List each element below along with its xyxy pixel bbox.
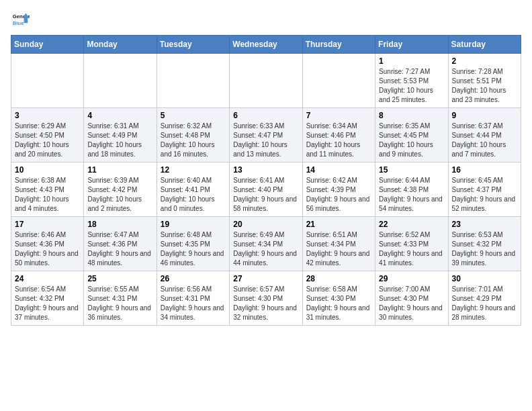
day-number: 6 [233,111,298,120]
weekday-header-cell: Sunday [11,36,84,54]
day-number: 26 [161,274,226,283]
day-info: Sunrise: 6:44 AM Sunset: 4:38 PM Dayligh… [379,176,444,214]
day-info: Sunrise: 7:00 AM Sunset: 4:30 PM Dayligh… [379,285,444,322]
calendar-day-cell: 22Sunrise: 6:52 AM Sunset: 4:33 PM Dayli… [375,217,448,271]
calendar-day-cell: 19Sunrise: 6:48 AM Sunset: 4:35 PM Dayli… [157,217,229,271]
calendar-week-row: 24Sunrise: 6:54 AM Sunset: 4:32 PM Dayli… [11,271,521,326]
day-number: 7 [306,111,371,120]
day-info: Sunrise: 6:35 AM Sunset: 4:45 PM Dayligh… [379,122,444,159]
calendar-day-cell: 16Sunrise: 6:45 AM Sunset: 4:37 PM Dayli… [448,163,521,217]
weekday-header-cell: Friday [375,36,448,54]
day-info: Sunrise: 6:40 AM Sunset: 4:41 PM Dayligh… [161,176,226,214]
day-number: 10 [15,165,80,175]
weekday-header-cell: Thursday [302,36,375,54]
day-number: 1 [379,56,444,66]
calendar-day-cell: 21Sunrise: 6:51 AM Sunset: 4:34 PM Dayli… [302,217,375,271]
calendar-day-cell: 1Sunrise: 7:27 AM Sunset: 5:53 PM Daylig… [375,54,448,108]
day-number: 14 [306,165,371,175]
calendar-day-cell: 29Sunrise: 7:00 AM Sunset: 4:30 PM Dayli… [375,271,448,326]
page-header: General Blue [11,11,521,30]
calendar-day-cell: 26Sunrise: 6:56 AM Sunset: 4:31 PM Dayli… [157,271,229,326]
calendar-week-row: 3Sunrise: 6:29 AM Sunset: 4:50 PM Daylig… [11,108,521,163]
day-number: 16 [452,165,517,175]
day-info: Sunrise: 6:42 AM Sunset: 4:39 PM Dayligh… [306,176,371,214]
day-info: Sunrise: 6:52 AM Sunset: 4:33 PM Dayligh… [379,230,444,268]
calendar-day-cell: 7Sunrise: 6:34 AM Sunset: 4:46 PM Daylig… [302,108,375,163]
calendar-day-cell [230,54,302,108]
day-info: Sunrise: 6:38 AM Sunset: 4:43 PM Dayligh… [15,176,80,214]
weekday-header-cell: Monday [84,36,157,54]
day-info: Sunrise: 7:28 AM Sunset: 5:51 PM Dayligh… [452,67,517,105]
calendar-day-cell [84,54,157,108]
day-number: 13 [233,165,298,175]
logo-icon: General Blue [11,11,30,30]
calendar-table: SundayMondayTuesdayWednesdayThursdayFrid… [11,35,521,326]
weekday-header-cell: Tuesday [157,36,229,54]
day-info: Sunrise: 6:56 AM Sunset: 4:31 PM Dayligh… [161,285,226,322]
calendar-week-row: 10Sunrise: 6:38 AM Sunset: 4:43 PM Dayli… [11,163,521,217]
calendar-day-cell [11,54,84,108]
day-info: Sunrise: 6:47 AM Sunset: 4:36 PM Dayligh… [87,230,152,268]
day-info: Sunrise: 7:01 AM Sunset: 4:29 PM Dayligh… [452,285,517,322]
calendar-day-cell: 11Sunrise: 6:39 AM Sunset: 4:42 PM Dayli… [84,163,157,217]
day-number: 15 [379,165,444,175]
calendar-week-row: 17Sunrise: 6:46 AM Sunset: 4:36 PM Dayli… [11,217,521,271]
day-info: Sunrise: 6:55 AM Sunset: 4:31 PM Dayligh… [87,285,152,322]
calendar-day-cell: 10Sunrise: 6:38 AM Sunset: 4:43 PM Dayli… [11,163,84,217]
calendar-day-cell: 15Sunrise: 6:44 AM Sunset: 4:38 PM Dayli… [375,163,448,217]
calendar-day-cell: 6Sunrise: 6:33 AM Sunset: 4:47 PM Daylig… [230,108,302,163]
day-info: Sunrise: 6:45 AM Sunset: 4:37 PM Dayligh… [452,176,517,214]
calendar-day-cell: 24Sunrise: 6:54 AM Sunset: 4:32 PM Dayli… [11,271,84,326]
logo: General Blue [11,11,32,30]
calendar-day-cell: 14Sunrise: 6:42 AM Sunset: 4:39 PM Dayli… [302,163,375,217]
day-info: Sunrise: 6:37 AM Sunset: 4:44 PM Dayligh… [452,122,517,159]
day-number: 9 [452,111,517,120]
day-number: 21 [306,220,371,229]
calendar-day-cell: 13Sunrise: 6:41 AM Sunset: 4:40 PM Dayli… [230,163,302,217]
calendar-day-cell: 9Sunrise: 6:37 AM Sunset: 4:44 PM Daylig… [448,108,521,163]
calendar-day-cell: 28Sunrise: 6:58 AM Sunset: 4:30 PM Dayli… [302,271,375,326]
day-info: Sunrise: 6:46 AM Sunset: 4:36 PM Dayligh… [15,230,80,268]
day-info: Sunrise: 6:41 AM Sunset: 4:40 PM Dayligh… [233,176,298,214]
calendar-day-cell: 2Sunrise: 7:28 AM Sunset: 5:51 PM Daylig… [448,54,521,108]
day-number: 22 [379,220,444,229]
day-number: 5 [161,111,226,120]
calendar-day-cell: 4Sunrise: 6:31 AM Sunset: 4:49 PM Daylig… [84,108,157,163]
day-info: Sunrise: 6:51 AM Sunset: 4:34 PM Dayligh… [306,230,371,268]
svg-text:Blue: Blue [13,20,24,26]
day-number: 20 [233,220,298,229]
day-info: Sunrise: 6:53 AM Sunset: 4:32 PM Dayligh… [452,230,517,268]
day-info: Sunrise: 6:58 AM Sunset: 4:30 PM Dayligh… [306,285,371,322]
calendar-day-cell [302,54,375,108]
day-number: 11 [87,165,152,175]
day-number: 30 [452,274,517,283]
day-info: Sunrise: 6:29 AM Sunset: 4:50 PM Dayligh… [15,122,80,159]
day-number: 18 [87,220,152,229]
day-info: Sunrise: 7:27 AM Sunset: 5:53 PM Dayligh… [379,67,444,105]
calendar-day-cell [157,54,229,108]
calendar-day-cell: 20Sunrise: 6:49 AM Sunset: 4:34 PM Dayli… [230,217,302,271]
day-number: 12 [161,165,226,175]
weekday-header-row: SundayMondayTuesdayWednesdayThursdayFrid… [11,36,521,54]
calendar-week-row: 1Sunrise: 7:27 AM Sunset: 5:53 PM Daylig… [11,54,521,108]
calendar-day-cell: 27Sunrise: 6:57 AM Sunset: 4:30 PM Dayli… [230,271,302,326]
day-info: Sunrise: 6:33 AM Sunset: 4:47 PM Dayligh… [233,122,298,159]
day-number: 3 [15,111,80,120]
day-info: Sunrise: 6:49 AM Sunset: 4:34 PM Dayligh… [233,230,298,268]
calendar-day-cell: 30Sunrise: 7:01 AM Sunset: 4:29 PM Dayli… [448,271,521,326]
calendar-day-cell: 12Sunrise: 6:40 AM Sunset: 4:41 PM Dayli… [157,163,229,217]
day-number: 23 [452,220,517,229]
calendar-day-cell: 25Sunrise: 6:55 AM Sunset: 4:31 PM Dayli… [84,271,157,326]
day-info: Sunrise: 6:31 AM Sunset: 4:49 PM Dayligh… [87,122,152,159]
day-number: 27 [233,274,298,283]
day-number: 24 [15,274,80,283]
day-info: Sunrise: 6:32 AM Sunset: 4:48 PM Dayligh… [161,122,226,159]
calendar-body: 1Sunrise: 7:27 AM Sunset: 5:53 PM Daylig… [11,54,521,326]
calendar-day-cell: 8Sunrise: 6:35 AM Sunset: 4:45 PM Daylig… [375,108,448,163]
day-number: 29 [379,274,444,283]
day-number: 2 [452,56,517,66]
day-number: 8 [379,111,444,120]
day-number: 17 [15,220,80,229]
day-info: Sunrise: 6:57 AM Sunset: 4:30 PM Dayligh… [233,285,298,322]
calendar-day-cell: 17Sunrise: 6:46 AM Sunset: 4:36 PM Dayli… [11,217,84,271]
